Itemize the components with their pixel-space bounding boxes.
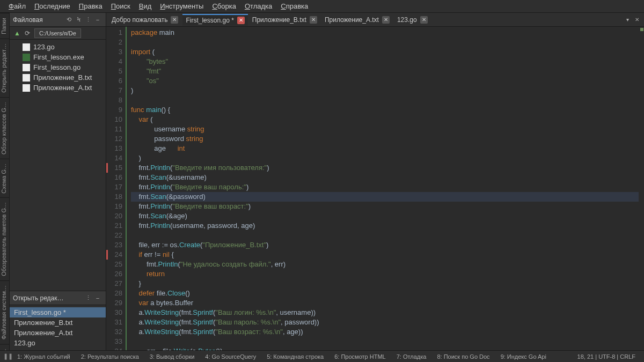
open-editor-item[interactable]: Приложение_A.txt xyxy=(10,328,106,338)
status-item[interactable]: 2: Результаты поиска xyxy=(76,353,144,360)
code-line[interactable] xyxy=(131,38,639,47)
code-line[interactable]: func main() { xyxy=(131,105,639,115)
pause-icon[interactable]: ❚❚ xyxy=(4,353,12,360)
tab-close-all-icon[interactable]: ✕ xyxy=(632,15,642,25)
editor-tab[interactable]: First_lesson.go *✕ xyxy=(182,14,247,26)
tree-item[interactable]: First_lesson.exe xyxy=(10,52,106,62)
options-icon[interactable]: ⋮ xyxy=(83,15,93,25)
close-icon[interactable]: ✕ xyxy=(382,16,390,24)
vtab-scheme[interactable]: Схема G… xyxy=(0,159,9,198)
status-item[interactable]: 6: Просмотр HTML xyxy=(329,353,391,360)
file-icon xyxy=(23,84,30,92)
tree-item[interactable]: Приложение_A.txt xyxy=(10,83,106,93)
menu-build[interactable]: Сборка xyxy=(208,2,240,10)
close-icon[interactable]: ✕ xyxy=(171,16,178,24)
status-item[interactable]: 4: Go SourceQuery xyxy=(200,353,261,360)
code-line[interactable]: fmt.Println("Введите имя пользователя:") xyxy=(131,163,639,173)
code-line[interactable]: username string xyxy=(131,124,639,134)
code-line[interactable]: ) xyxy=(131,153,639,163)
code-line[interactable]: var ( xyxy=(131,115,639,124)
code-line[interactable]: ) xyxy=(131,86,639,95)
code-line[interactable] xyxy=(131,337,639,346)
open-editor-item[interactable]: 123.go xyxy=(10,338,106,348)
code-line[interactable]: fmt.Scan(&username) xyxy=(131,173,639,182)
code-line[interactable]: } xyxy=(131,279,639,289)
code-line[interactable]: age int xyxy=(131,144,639,153)
code-lines[interactable]: package mainimport ( "bytes" "fmt" "os")… xyxy=(127,27,639,350)
menu-edit[interactable]: Правка xyxy=(75,2,107,10)
code-line[interactable]: fmt.Scan(&password) xyxy=(131,192,639,202)
refresh-icon[interactable]: ⟳ xyxy=(23,29,32,37)
close-icon[interactable]: ✕ xyxy=(310,16,317,24)
open-editor-item[interactable]: First_lesson.go * xyxy=(10,307,106,317)
code-line[interactable]: _, err = file.Write(a.Bytes()) xyxy=(131,346,639,350)
code-line[interactable] xyxy=(131,231,639,240)
menu-view[interactable]: Вид xyxy=(135,2,156,10)
close-icon[interactable]: ✕ xyxy=(420,16,428,24)
menu-recent[interactable]: Последние xyxy=(30,2,75,10)
branch-icon[interactable]: Ϟ xyxy=(74,15,83,25)
code-line[interactable]: "os" xyxy=(131,76,639,86)
path-segment[interactable]: C:/Users/я/De xyxy=(34,28,81,38)
close-icon[interactable]: ✕ xyxy=(237,17,245,24)
code-editor[interactable]: 1234567891011121314151617181920212223242… xyxy=(106,27,644,350)
code-line[interactable]: fmt.Println(username, password, age) xyxy=(131,221,639,231)
line-number: 20 xyxy=(106,211,122,221)
menu-search[interactable]: Поиск xyxy=(107,2,135,10)
tree-item[interactable]: Приложение_B.txt xyxy=(10,72,106,83)
editor-tab[interactable]: Добро пожаловать✕ xyxy=(108,14,181,26)
code-line[interactable]: var a bytes.Buffer xyxy=(131,298,639,308)
code-line[interactable]: "fmt" xyxy=(131,67,639,76)
code-line[interactable]: fmt.Println("Введите ваш пароль:") xyxy=(131,182,639,192)
code-line[interactable]: fmt.Println("Не удалось создать файл.", … xyxy=(131,260,639,269)
vtab-open-editor[interactable]: Открыть редакт… xyxy=(0,39,9,97)
code-line[interactable]: password string xyxy=(131,134,639,144)
tree-item[interactable]: First_lesson.go xyxy=(10,62,106,72)
editor-tab[interactable]: Приложение_A.txt✕ xyxy=(321,14,393,26)
code-line[interactable] xyxy=(131,95,639,105)
status-position[interactable]: 18, 21 | UTF-8 | CRLF xyxy=(573,353,640,360)
status-item[interactable]: 1: Журнал событий xyxy=(12,353,76,360)
vtab-folders[interactable]: Папки xyxy=(0,13,9,39)
open-editor-item[interactable]: Приложение_B.txt xyxy=(10,317,106,328)
minimap[interactable] xyxy=(639,27,644,350)
code-line[interactable]: a.WriteString(fmt.Sprintf("Ваш логин: %s… xyxy=(131,308,639,317)
status-item[interactable]: 9: Индекс Go Api xyxy=(495,353,552,360)
code-line[interactable]: if err != nil { xyxy=(131,250,639,260)
editor-tab[interactable]: Приложение_B.txt✕ xyxy=(249,14,320,26)
file-icon xyxy=(23,64,30,71)
up-icon[interactable]: ▲ xyxy=(12,29,23,37)
code-line[interactable]: fmt.Println("Введите ваш возраст:") xyxy=(131,202,639,211)
code-line[interactable]: a.WriteString(fmt.Sprintf("Ваш возраст: … xyxy=(131,327,639,337)
vtab-package-browser[interactable]: Обозреватель пакетов G… xyxy=(0,197,9,280)
code-line[interactable]: import ( xyxy=(131,47,639,57)
close-panel-icon[interactable]: − xyxy=(93,15,103,25)
line-number: 4 xyxy=(106,57,122,67)
code-line[interactable]: defer file.Close() xyxy=(131,289,639,298)
vtab-filesystem[interactable]: Файловая систем… xyxy=(0,280,9,344)
line-gutter: 1234567891011121314151617181920212223242… xyxy=(106,27,127,350)
status-item[interactable]: 8: Поиск по Go Doc xyxy=(431,353,495,360)
menu-help[interactable]: Справка xyxy=(276,2,312,10)
code-line[interactable]: "bytes" xyxy=(131,57,639,67)
code-line[interactable]: package main xyxy=(131,28,639,38)
sync-icon[interactable]: ⟲ xyxy=(64,15,74,25)
menu-tools[interactable]: Инструменты xyxy=(156,2,208,10)
vtab-class-view[interactable]: Обзор классов G… xyxy=(0,97,9,159)
close2-icon[interactable]: − xyxy=(93,293,103,303)
code-line[interactable]: return xyxy=(131,269,639,279)
code-line[interactable]: file, err := os.Create("Приложение_B.txt… xyxy=(131,240,639,250)
tree-item[interactable]: 123.go xyxy=(10,42,106,52)
options2-icon[interactable]: ⋮ xyxy=(83,293,93,303)
code-line[interactable]: fmt.Scan(&age) xyxy=(131,211,639,221)
file-name: First_lesson.go xyxy=(33,63,80,71)
status-item[interactable]: 3: Вывод сборки xyxy=(144,353,200,360)
status-item[interactable]: 5: Командная строка xyxy=(261,353,329,360)
code-line[interactable]: a.WriteString(fmt.Sprintf("Ваш пароль: %… xyxy=(131,317,639,327)
editor-tab[interactable]: 123.go✕ xyxy=(394,14,431,26)
menu-debug[interactable]: Отладка xyxy=(240,2,276,10)
status-item[interactable]: 7: Отладка xyxy=(391,353,432,360)
vtab-bookmarks[interactable]: Закладк… xyxy=(0,344,9,350)
menu-file[interactable]: Файл xyxy=(4,2,30,10)
tab-dropdown-icon[interactable]: ▾ xyxy=(623,15,632,25)
